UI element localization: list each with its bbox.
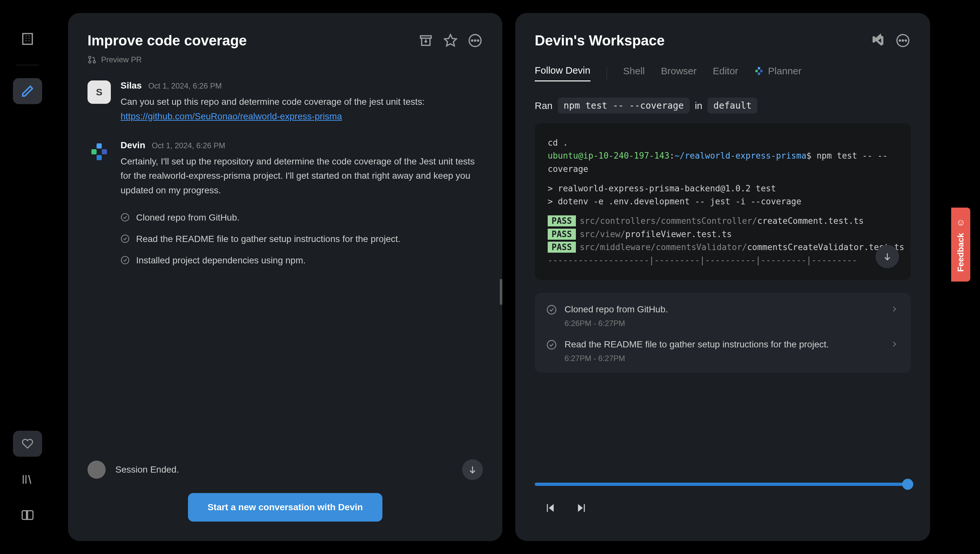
new-conversation-button[interactable]: Start a new conversation with Devin	[188, 493, 382, 522]
svg-rect-39	[584, 504, 585, 512]
sidebar	[0, 13, 55, 541]
svg-point-28	[905, 40, 907, 41]
svg-point-26	[899, 40, 900, 41]
svg-point-15	[89, 61, 91, 63]
svg-point-13	[477, 40, 479, 41]
vscode-icon[interactable]	[870, 33, 886, 48]
svg-point-11	[471, 40, 473, 41]
svg-rect-29	[758, 67, 760, 69]
archive-icon[interactable]	[418, 33, 434, 48]
avatar: S	[88, 80, 111, 104]
svg-point-21	[121, 214, 129, 221]
workspace-panel: Devin's Workspace Follow Devin Shell Bro…	[515, 13, 930, 541]
command-target: default	[708, 97, 757, 113]
tab-browser[interactable]: Browser	[661, 65, 697, 81]
preview-pr-label: Preview PR	[101, 55, 142, 64]
svg-rect-31	[760, 70, 762, 72]
msg-text: Certainly, I'll set up the repository an…	[121, 154, 483, 198]
terminal-scroll-down-icon[interactable]	[876, 245, 899, 268]
smiley-icon: ☺	[956, 217, 966, 228]
activity-list: Cloned repo from GitHub. 6:26PM - 6:27PM…	[535, 293, 911, 373]
message-user: S Silas Oct 1, 2024, 6:26 PM Can you set…	[88, 80, 483, 124]
svg-marker-36	[549, 504, 554, 512]
tab-editor[interactable]: Editor	[713, 65, 738, 81]
svg-rect-20	[97, 155, 102, 160]
svg-rect-37	[547, 504, 548, 512]
msg-text: Can you set up this repo and determine c…	[121, 95, 483, 124]
repo-link[interactable]: https://github.com/SeuRonao/realworld-ex…	[121, 111, 342, 121]
activity-item[interactable]: Cloned repo from GitHub. 6:26PM - 6:27PM	[546, 303, 899, 328]
checklist-item: Installed project dependencies using npm…	[121, 254, 483, 267]
divider	[16, 65, 39, 65]
tab-planner[interactable]: Planner	[754, 65, 802, 81]
terminal-output: cd . ubuntu@ip-10-240-197-143:~/realworl…	[535, 123, 911, 280]
svg-point-35	[547, 340, 556, 349]
tab-follow[interactable]: Follow Devin	[535, 65, 590, 81]
workspace-title: Devin's Workspace	[535, 32, 665, 49]
tab-shell[interactable]: Shell	[623, 65, 645, 81]
svg-rect-19	[102, 149, 107, 154]
session-status-dot	[88, 461, 106, 479]
svg-rect-7	[421, 36, 431, 38]
prev-icon[interactable]	[544, 502, 556, 515]
svg-point-23	[121, 256, 129, 264]
svg-point-14	[89, 56, 91, 59]
msg-author: Silas	[121, 80, 142, 91]
progress-slider[interactable]	[535, 483, 911, 486]
svg-point-12	[474, 40, 476, 41]
svg-point-16	[93, 61, 95, 63]
preview-pr-link[interactable]: Preview PR	[88, 55, 483, 64]
svg-point-22	[121, 235, 129, 242]
page-title: Improve code coverage	[88, 32, 247, 49]
more-icon[interactable]	[895, 33, 911, 48]
devin-avatar	[88, 140, 111, 163]
conversation-panel: Improve code coverage Preview PR	[68, 13, 502, 541]
scrollbar[interactable]	[500, 279, 502, 305]
svg-marker-9	[445, 35, 457, 46]
msg-time: Oct 1, 2024, 6:26 PM	[152, 141, 225, 150]
checklist-item: Cloned repo from GitHub.	[121, 211, 483, 224]
svg-marker-38	[578, 504, 583, 512]
svg-rect-30	[756, 70, 758, 72]
star-icon[interactable]	[443, 33, 458, 48]
docs-icon[interactable]	[13, 502, 42, 528]
library-icon[interactable]	[13, 466, 42, 492]
edit-icon[interactable]	[13, 78, 42, 104]
svg-rect-0	[23, 34, 32, 45]
chevron-right-icon	[890, 305, 899, 314]
org-icon[interactable]	[13, 26, 42, 52]
command-summary: Ran npm test -- --coverage in default	[535, 97, 911, 113]
playback-controls	[535, 473, 911, 522]
command-code: npm test -- --coverage	[558, 97, 690, 113]
chevron-right-icon	[890, 340, 899, 349]
next-icon[interactable]	[576, 502, 587, 515]
session-status: Session Ended.	[115, 465, 452, 475]
msg-time: Oct 1, 2024, 6:26 PM	[148, 81, 222, 91]
svg-rect-32	[758, 72, 760, 75]
feedback-button[interactable]: Feedback ☺	[951, 208, 970, 281]
msg-author: Devin	[121, 140, 145, 150]
more-icon[interactable]	[467, 33, 483, 48]
progress-handle[interactable]	[902, 479, 913, 490]
svg-rect-18	[91, 149, 97, 154]
divider	[607, 67, 607, 80]
scroll-down-icon[interactable]	[462, 459, 483, 480]
svg-point-27	[902, 40, 904, 41]
svg-rect-17	[97, 144, 102, 148]
svg-point-34	[547, 305, 556, 314]
message-devin: Devin Oct 1, 2024, 6:26 PM Certainly, I'…	[88, 140, 483, 267]
heart-icon[interactable]	[13, 431, 42, 457]
activity-item[interactable]: Read the README file to gather setup ins…	[546, 338, 899, 363]
workspace-tabs: Follow Devin Shell Browser Editor Planne…	[535, 65, 911, 81]
checklist-item: Read the README file to gather setup ins…	[121, 232, 483, 246]
